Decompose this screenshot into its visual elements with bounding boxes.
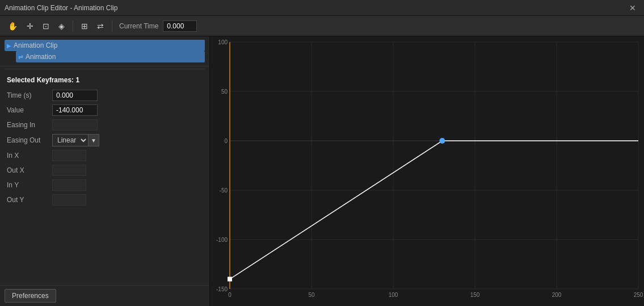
out-y-label: Out Y [7,196,52,204]
time-input[interactable] [52,90,98,101]
easing-in-input [52,119,98,131]
easing-out-dropdown-btn[interactable]: ▼ [89,134,99,146]
bottom-bar: Preferences [0,285,209,306]
out-x-input [52,165,86,176]
easing-in-label: Easing In [7,121,52,129]
in-y-label: In Y [7,181,52,189]
in-x-row: In X [7,150,203,161]
selected-keyframes-count: 1 [75,76,79,84]
in-y-row: In Y [7,179,203,191]
snap-tool-button[interactable]: ◈ [55,19,68,33]
clip-root-item[interactable]: ▶ Animation Clip [5,40,205,51]
close-button[interactable]: ✕ [626,2,639,14]
graph-canvas [210,36,644,306]
time-row: Time (s) [7,90,203,101]
fit-tool-button[interactable]: ⊞ [78,19,91,33]
titlebar-title: Animation Clip Editor - Animation Clip [5,4,117,12]
clip-arrow-icon: ▶ [7,43,11,49]
out-x-label: Out X [7,166,52,174]
value-input[interactable] [52,104,98,116]
current-time-input[interactable] [163,20,197,32]
animation-icon: ⇌ [18,53,23,61]
current-time-label: Current Time [119,22,158,30]
frame-tool-button[interactable]: ⊡ [39,19,53,33]
out-y-input [52,194,86,206]
selected-keyframes-info: Selected Keyframes: 1 [7,76,203,84]
toolbar-separator-2 [112,20,112,32]
clip-child-item[interactable]: ⇌ Animation [16,51,205,62]
easing-in-row: Easing In [7,119,203,131]
value-label: Value [7,106,52,114]
move-tool-button[interactable]: ✛ [23,19,37,33]
clip-tree: ▶ Animation Clip ⇌ Animation [0,36,209,66]
titlebar: Animation Clip Editor - Animation Clip ✕ [0,0,644,16]
panel-divider [5,69,205,69]
easing-out-row: Easing Out Linear Ease In Ease Out Ease … [7,134,203,146]
in-y-input [52,179,86,191]
preferences-button[interactable]: Preferences [5,289,56,303]
in-x-input [52,150,86,161]
graph-panel[interactable]: Node3D.RenderTransformation - ROTATION_Z [210,36,644,306]
toolbar: ✋ ✛ ⊡ ◈ ⊞ ⇄ Current Time [0,16,644,36]
time-label: Time (s) [7,91,52,99]
out-y-row: Out Y [7,194,203,206]
easing-out-label: Easing Out [7,136,52,144]
easing-out-select-wrap: Linear Ease In Ease Out Ease In Out ▼ [52,134,99,146]
value-row: Value [7,104,203,116]
main-container: ▶ Animation Clip ⇌ Animation Selected Ke… [0,36,644,306]
hand-tool-button[interactable]: ✋ [5,19,21,33]
easing-out-select[interactable]: Linear Ease In Ease Out Ease In Out [52,134,89,146]
clip-root-label: Animation Clip [14,41,57,49]
toolbar-separator-1 [73,20,73,32]
left-panel: ▶ Animation Clip ⇌ Animation Selected Ke… [0,36,210,306]
loop-tool-button[interactable]: ⇄ [94,19,107,33]
clip-child-label: Animation [26,53,56,61]
properties-panel: Selected Keyframes: 1 Time (s) Value Eas… [0,72,209,285]
in-x-label: In X [7,152,52,160]
selected-keyframes-label: Selected Keyframes: [7,76,74,84]
out-x-row: Out X [7,165,203,176]
